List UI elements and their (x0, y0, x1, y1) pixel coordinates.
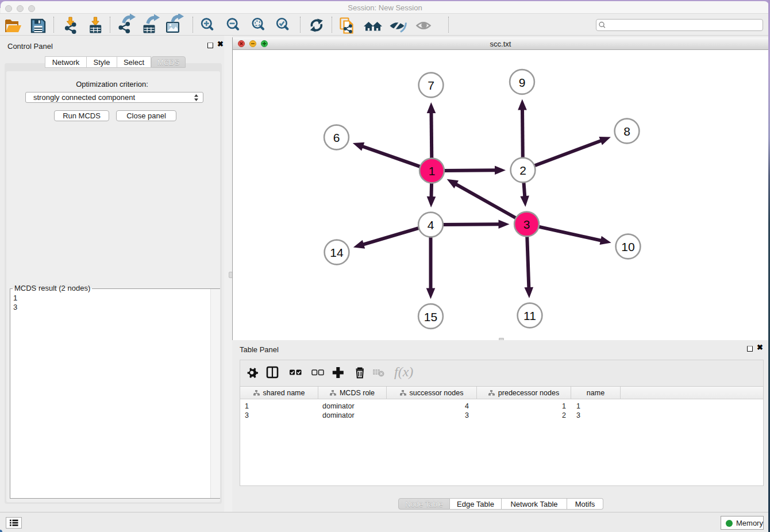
svg-text:10: 10 (621, 240, 634, 253)
svg-text:f(x): f(x) (394, 364, 413, 379)
svg-text:15: 15 (424, 310, 437, 323)
svg-text:6: 6 (333, 131, 340, 144)
svg-text:1: 1 (429, 164, 436, 178)
svg-text:9: 9 (519, 76, 526, 89)
svg-text:14: 14 (330, 246, 344, 259)
svg-text:7: 7 (428, 79, 434, 92)
svg-text:2: 2 (519, 164, 526, 177)
svg-text:8: 8 (623, 125, 630, 138)
svg-text:4: 4 (428, 218, 434, 232)
svg-text:11: 11 (523, 309, 536, 322)
svg-text:3: 3 (523, 218, 530, 231)
